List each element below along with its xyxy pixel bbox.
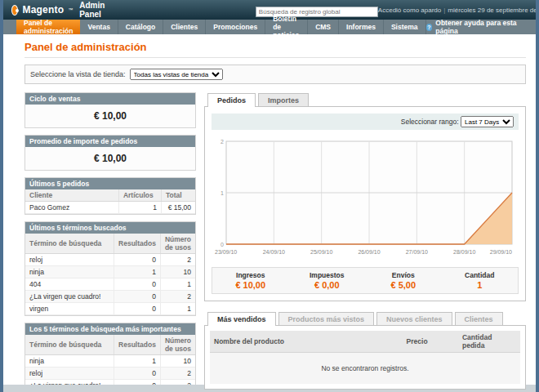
store-view-switcher: Seleccione la vista de tienda: Todas las… — [24, 65, 526, 84]
lifetime-sales-box: Ciclo de ventas € 10,00 — [24, 92, 196, 128]
column-header: Cantidad pedida — [458, 331, 520, 353]
box-title: Últimos 5 términos buscados — [25, 222, 195, 234]
help-icon: ? — [426, 24, 433, 31]
area-chart-svg: 01223/09/1024/09/1025/09/1026/09/1027/09… — [212, 135, 519, 257]
nav-item[interactable]: Panel de administración — [16, 20, 80, 34]
bestsellers-panel: Nombre del productoPrecioCantidad pedida… — [204, 325, 526, 390]
store-view-select[interactable]: Todas las vistas de tienda — [130, 69, 223, 80]
empty-row: No se encontraron registros. — [210, 353, 520, 385]
table-cell: ninja — [25, 355, 114, 368]
tab[interactable]: Pedidos — [207, 93, 256, 107]
box-title: Ciclo de ventas — [25, 93, 195, 105]
logo-suffix: Admin Panel — [79, 1, 109, 19]
tab[interactable]: Clientes — [455, 312, 503, 326]
table-cell: virgen — [25, 303, 114, 315]
table-cell: 1 — [160, 303, 195, 315]
nav-item[interactable]: Sistema — [384, 20, 426, 34]
table-row: reloj02 — [25, 368, 195, 380]
dashboard-main: PedidosImportes Seleccionar rango: Last … — [204, 92, 526, 392]
empty-message: No se encontraron registros. — [210, 353, 520, 385]
stat-label: Cantidad — [442, 271, 519, 279]
top-search-terms-table: Término de búsquedaResultadosNúmero de u… — [25, 335, 195, 392]
tab[interactable]: Productos más vistos — [278, 312, 375, 326]
stat-value: 1 — [442, 280, 519, 290]
table-row: ¿La virgen que cuadro!02 — [25, 291, 195, 303]
help-label: Obtener ayuda para esta página — [435, 19, 526, 35]
range-select[interactable]: Last 7 Days — [461, 116, 514, 127]
nav-item[interactable]: Boletín de noticias — [265, 20, 308, 34]
totals-bar: Ingresos€ 10,00Impuestos€ 0,00Envíos€ 5,… — [212, 267, 519, 294]
separator: | — [443, 7, 445, 14]
table-cell: 0 — [114, 303, 161, 315]
chart-panel: Seleccionar rango: Last 7 Days 01223/09/… — [204, 106, 526, 301]
nav-item[interactable]: Catálogo — [118, 20, 163, 34]
table-row: reloj02 — [25, 254, 195, 266]
svg-text:24/09/10: 24/09/10 — [263, 249, 285, 255]
trademark-mark: ™ — [68, 7, 73, 12]
range-label: Seleccionar rango: — [401, 118, 459, 126]
nav-item[interactable]: Clientes — [163, 20, 206, 34]
last-orders-box: Últimos 5 pedidos ClienteArtículosTotal … — [24, 177, 196, 215]
help-link[interactable]: ? Obtener ayuda para esta página — [426, 20, 526, 34]
logo-text: Magento — [22, 4, 64, 16]
table-cell: 1 — [118, 202, 161, 214]
nav-item[interactable]: Informes — [339, 20, 384, 34]
stat-value: € 0,00 — [289, 280, 366, 290]
nav-items: Panel de administraciónVentasCatálogoCli… — [16, 20, 426, 34]
stat: Ingresos€ 10,00 — [212, 271, 289, 290]
stat-label: Envíos — [365, 271, 442, 279]
box-title: Los 5 términos de búsqueda más important… — [25, 323, 195, 335]
nav-item[interactable]: CMS — [308, 20, 339, 34]
nav-item[interactable]: Promociones — [206, 20, 265, 34]
stat: Envíos€ 5,00 — [365, 271, 442, 290]
table-cell: 2 — [160, 368, 195, 380]
table-row: ninja110 — [25, 266, 195, 278]
page-title: Panel de administración — [24, 41, 526, 58]
top-search-terms-box: Los 5 términos de búsqueda más important… — [24, 323, 196, 392]
nav-item[interactable]: Ventas — [80, 20, 118, 34]
magento-logo-icon — [11, 5, 18, 16]
svg-text:2: 2 — [220, 139, 224, 145]
average-orders-value: € 10,00 — [25, 147, 195, 170]
table-cell: 1 — [160, 278, 195, 291]
table-cell: 2 — [160, 291, 195, 303]
lifetime-sales-value: € 10,00 — [25, 105, 195, 127]
table-cell: ninja — [25, 266, 114, 278]
table-cell: 0 — [114, 278, 161, 291]
range-bar: Seleccionar rango: Last 7 Days — [212, 114, 519, 130]
last-orders-table: ClienteArtículosTotal Paco Gomez1€ 15,00 — [25, 189, 195, 214]
bestsellers-table: Nombre del productoPrecioCantidad pedida… — [210, 331, 520, 384]
svg-text:23/09/10: 23/09/10 — [215, 249, 237, 255]
stat: Impuestos€ 0,00 — [289, 271, 366, 290]
column-header: Término de búsqueda — [25, 335, 114, 355]
last-search-terms-box: Últimos 5 términos buscados Término de b… — [24, 221, 196, 316]
user-info: Accedió como apardo|miércoles 29 de sept… — [378, 7, 539, 14]
current-date: miércoles 29 de septiembre de 2010 — [448, 7, 539, 14]
content-area: Panel de administración Seleccione la vi… — [3, 34, 536, 392]
admin-window: Magento™ Admin Panel Accedió como apardo… — [0, 0, 539, 392]
table-row: virgen01 — [25, 303, 195, 315]
main-nav: Panel de administraciónVentasCatálogoCli… — [3, 20, 536, 34]
table-cell: 1 — [114, 266, 161, 278]
svg-text:25/09/10: 25/09/10 — [310, 249, 332, 255]
table-cell: reloj — [25, 254, 114, 266]
tab[interactable]: Nuevos clientes — [376, 312, 452, 326]
column-header: Número de usos — [160, 234, 195, 254]
column-header: Nombre del producto — [210, 331, 403, 353]
column-header: Resultados — [114, 234, 161, 254]
stat: Cantidad1 — [442, 271, 519, 290]
table-cell: 0 — [114, 368, 161, 380]
store-view-label: Seleccione la vista de tienda: — [30, 70, 126, 78]
tab[interactable]: Importes — [258, 93, 309, 107]
stat-value: € 5,00 — [365, 280, 442, 290]
table-cell: 0 — [114, 254, 161, 266]
column-header: Artículos — [118, 189, 161, 202]
table-cell: 10 — [160, 355, 195, 368]
average-orders-box: Promedio de importe de pedidos € 10,00 — [24, 135, 196, 171]
column-header: Precio — [403, 331, 458, 353]
stat-label: Ingresos — [212, 271, 289, 279]
svg-text:1: 1 — [220, 190, 224, 196]
svg-text:0: 0 — [220, 242, 224, 247]
chart-tabs: PedidosImportes — [204, 92, 526, 106]
tab[interactable]: Más vendidos — [207, 312, 276, 326]
